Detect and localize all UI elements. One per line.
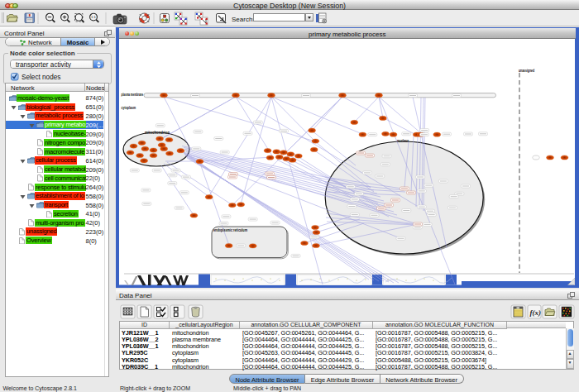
svg-text:nucleus: nucleus [397, 139, 409, 143]
svg-text:Search:: Search: [232, 16, 255, 23]
svg-text:mitochondrion: mitochondrion [145, 131, 170, 135]
svg-text:1:1: 1:1 [91, 15, 96, 19]
svg-text:endoplasmic reticulum: endoplasmic reticulum [213, 228, 247, 232]
svg-text:f(x): f(x) [530, 308, 542, 317]
svg-text:unassigned: unassigned [519, 69, 534, 73]
svg-text:plasma membrane: plasma membrane [122, 93, 144, 97]
svg-text:cytoplasm: cytoplasm [122, 106, 136, 110]
